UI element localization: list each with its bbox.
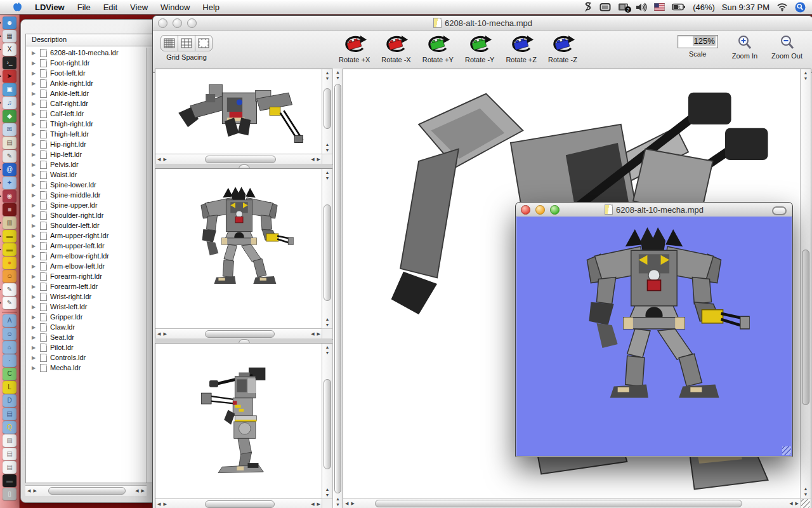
scroll-up-button[interactable]: ▲ <box>325 345 330 350</box>
tree-item[interactable]: ▶ Spine-middle.ldr <box>26 190 147 200</box>
scroll-up-button[interactable]: ▲ <box>325 142 330 147</box>
script-menu-icon[interactable] <box>584 2 593 12</box>
display-menu-icon[interactable] <box>599 3 611 12</box>
disclosure-triangle-icon[interactable]: ▶ <box>32 152 40 157</box>
grid-coarse-button[interactable] <box>195 36 212 51</box>
dock-item[interactable]: ☺ <box>3 328 16 340</box>
scroll-down-button[interactable]: ▼ <box>804 492 808 497</box>
disclosure-triangle-icon[interactable]: ▶ <box>32 101 40 107</box>
scroll-left-button[interactable]: ◀ <box>345 501 348 506</box>
window-title-bar[interactable]: 6208-alt-10-mecha.mpd <box>153 16 812 30</box>
scroll-right-button[interactable]: ▶ <box>33 488 36 493</box>
disclosure-triangle-icon[interactable]: ▶ <box>32 213 40 218</box>
scroll-up-button[interactable]: ▲ <box>336 497 340 502</box>
dock-item[interactable]: ☺ <box>3 270 16 283</box>
scroll-right-button[interactable]: ▶ <box>141 488 145 493</box>
panel1-horizontal-scrollbar[interactable]: ◀▶ ◀▶ <box>155 154 322 164</box>
dock-item[interactable]: ▥ <box>3 217 16 229</box>
dock-item[interactable]: ☻ <box>3 17 16 29</box>
disclosure-triangle-icon[interactable]: ▶ <box>32 182 40 188</box>
disclosure-triangle-icon[interactable]: ▶ <box>32 243 40 249</box>
scroll-right-button[interactable]: ▶ <box>317 157 320 162</box>
scroll-down-button[interactable]: ▼ <box>325 176 330 181</box>
dock-item[interactable]: @ <box>3 163 16 176</box>
float-window-title-bar[interactable]: 6208-alt-10-mecha.mpd <box>516 203 792 217</box>
wifi-menu-icon[interactable] <box>776 3 788 11</box>
scroll-right-button[interactable]: ▶ <box>796 501 799 506</box>
menu-ldview[interactable]: LDView <box>29 3 71 12</box>
tree-item[interactable]: ▶ Calf-right.ldr <box>26 98 147 109</box>
panel2-vertical-scrollbar[interactable]: ▲▼ ▲▼ <box>322 169 332 329</box>
scroll-right-button[interactable]: ▶ <box>317 331 320 337</box>
scroll-left-button[interactable]: ◀ <box>311 502 314 507</box>
tree-item[interactable]: ▶ Foot-left.ldr <box>26 68 147 78</box>
scroll-left-button[interactable]: ◀ <box>789 501 792 506</box>
dock-item[interactable]: ▤ <box>3 448 16 460</box>
tree-item[interactable]: ▶ Seat.ldr <box>26 332 147 342</box>
volume-menu-icon[interactable] <box>636 3 647 12</box>
dock-item[interactable]: ▤ <box>3 434 16 447</box>
dock-item[interactable]: L <box>3 381 16 394</box>
panel3-horizontal-scrollbar[interactable]: ◀▶ ◀▶ <box>155 498 322 508</box>
dock-item[interactable]: ➤ <box>3 70 16 83</box>
toolbar-toggle-button[interactable] <box>772 206 787 215</box>
tree-item[interactable]: ▶ Spine-lower.ldr <box>26 180 147 190</box>
tree-item[interactable]: ▶ Hip-right.ldr <box>26 139 147 149</box>
scroll-thumb[interactable] <box>375 500 742 507</box>
resize-grip[interactable] <box>801 499 810 508</box>
disclosure-triangle-icon[interactable]: ▶ <box>32 192 40 198</box>
dock-item[interactable]: ▬ <box>3 243 16 256</box>
dock-item[interactable]: ▦ <box>3 30 16 43</box>
dock-item[interactable]: ⌂ <box>3 341 16 354</box>
tree-item[interactable]: ▶ Thigh-right.ldr <box>26 119 147 129</box>
tree-item[interactable]: ▶ Forearm-left.ldr <box>26 281 147 291</box>
scroll-right-button[interactable]: ▶ <box>163 331 166 337</box>
scroll-thumb[interactable] <box>205 156 276 163</box>
dock-item[interactable]: · <box>3 354 16 367</box>
tree-item[interactable]: ▶ Arm-upper-left.ldr <box>26 241 147 251</box>
scroll-thumb[interactable] <box>205 500 275 508</box>
dock-item[interactable]: A <box>3 314 16 327</box>
resize-grip[interactable] <box>782 446 791 455</box>
dock-item[interactable]: D <box>3 394 16 407</box>
dock-item[interactable]: ✎ <box>3 150 16 163</box>
disclosure-triangle-icon[interactable]: ▶ <box>32 284 40 290</box>
scroll-right-button[interactable]: ▶ <box>317 502 320 507</box>
scroll-down-button[interactable]: ▼ <box>325 76 330 81</box>
disclosure-triangle-icon[interactable]: ▶ <box>32 335 40 340</box>
disclosure-triangle-icon[interactable]: ▶ <box>32 314 40 320</box>
tree-item[interactable]: ▶ Mecha.ldr <box>26 363 147 373</box>
spotlight-icon[interactable] <box>795 2 806 13</box>
zoom-button[interactable] <box>187 18 197 28</box>
menu-item[interactable]: Help <box>196 3 226 12</box>
scroll-right-button[interactable]: ▶ <box>351 501 354 506</box>
zoom-out-button[interactable]: Zoom Out <box>771 35 802 60</box>
panel-splitter[interactable] <box>155 338 332 343</box>
disclosure-triangle-icon[interactable]: ▶ <box>32 50 40 56</box>
dock-item[interactable]: ✎ <box>3 297 16 309</box>
tree-item[interactable]: ▶ Claw.ldr <box>26 322 147 332</box>
tree-item[interactable]: ▶ Shoulder-left.ldr <box>26 220 147 231</box>
zoom-button[interactable] <box>550 205 560 215</box>
disclosure-triangle-icon[interactable]: ▶ <box>32 324 40 330</box>
dock-item[interactable]: ♫ <box>3 97 16 109</box>
tree-item[interactable]: ▶ Ankle-left.ldr <box>26 88 147 98</box>
apple-menu[interactable] <box>6 2 29 12</box>
dock-item[interactable]: C <box>3 368 16 380</box>
tree-item[interactable]: ▶ Pelvis.ldr <box>26 159 147 170</box>
rotate-button[interactable]: Rotate +Z <box>506 35 537 64</box>
scroll-down-button[interactable]: ▼ <box>336 502 340 507</box>
tree-item[interactable]: ▶ Forearm-right.ldr <box>26 271 147 281</box>
tree-item[interactable]: ▶ Arm-upper-right.ldr <box>26 231 147 241</box>
disclosure-triangle-icon[interactable]: ▶ <box>32 60 40 66</box>
dock-item[interactable]: ◆ <box>3 110 16 123</box>
disclosure-triangle-icon[interactable]: ▶ <box>32 223 40 229</box>
menu-item[interactable]: Edit <box>97 3 124 12</box>
scroll-up-button[interactable]: ▲ <box>804 70 808 76</box>
tree-item[interactable]: ▶ Shoulder-right.ldr <box>26 210 147 220</box>
scroll-up-button[interactable]: ▲ <box>336 70 340 75</box>
dock-item[interactable]: ▬ <box>3 474 16 487</box>
disclosure-triangle-icon[interactable]: ▶ <box>32 233 40 239</box>
dock-item[interactable]: ◉ <box>3 190 16 203</box>
dock-item[interactable]: ▣ <box>3 83 16 96</box>
